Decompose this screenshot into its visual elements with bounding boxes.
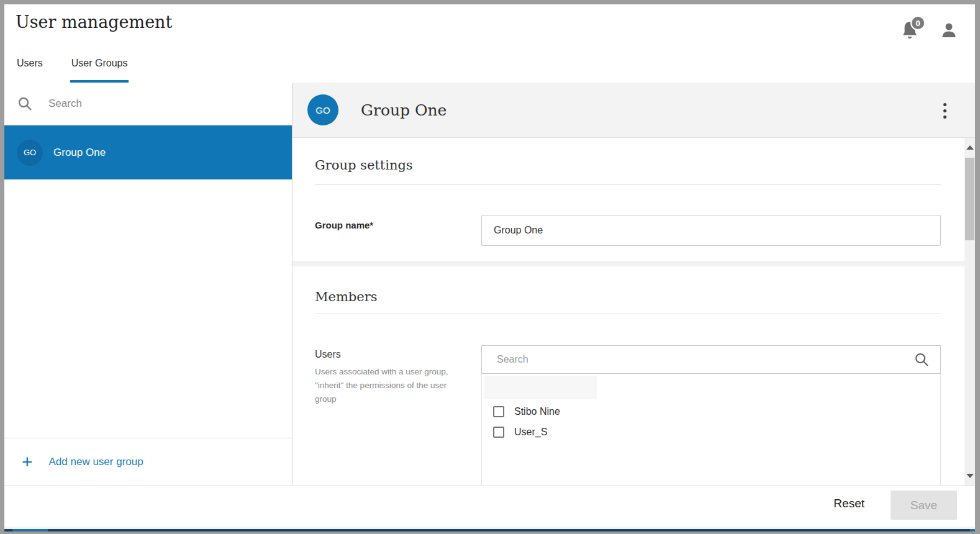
reset-button[interactable]: Reset: [833, 497, 864, 510]
members-search: [481, 345, 941, 374]
user-option-stibo-nine[interactable]: Stibo Nine: [493, 406, 560, 417]
user-management-window: User management 0: [4, 4, 975, 532]
more-options-icon[interactable]: [942, 102, 948, 120]
group-avatar: GO: [17, 140, 43, 166]
group-detail-header: GO Group One: [293, 83, 975, 138]
vertical-scrollbar[interactable]: [964, 138, 975, 486]
members-users-picker: Stibo Nine User_S: [481, 345, 941, 486]
checkbox[interactable]: [493, 427, 504, 438]
group-detail-title: Group One: [361, 101, 447, 119]
notification-count-badge: 0: [910, 16, 925, 30]
group-name-label: Group name*: [315, 220, 373, 230]
user-option-user-s[interactable]: User_S: [493, 427, 547, 438]
user-profile-icon: [940, 22, 958, 39]
add-new-user-group-label: Add new user group: [49, 456, 143, 468]
user-groups-sidebar: GO Group One + Add new user group: [4, 83, 293, 486]
sidebar-item-group-one[interactable]: GO Group One: [4, 125, 292, 179]
users-field-label: Users: [315, 349, 341, 360]
action-footer: Reset Save: [4, 486, 975, 527]
scroll-down-arrow-icon[interactable]: [966, 474, 974, 478]
sidebar-spacer: [4, 179, 292, 438]
scroll-up-arrow-icon[interactable]: [966, 145, 974, 150]
checkbox[interactable]: [493, 406, 504, 417]
group-settings-heading: Group settings: [315, 158, 413, 173]
members-heading: Members: [315, 289, 378, 304]
horizontal-scrollbar-thumb[interactable]: [12, 529, 48, 532]
top-right-icons: 0: [901, 20, 958, 40]
save-button[interactable]: Save: [891, 491, 957, 520]
group-detail-avatar: GO: [307, 94, 338, 125]
section-divider: [315, 184, 941, 185]
notification-bell-button[interactable]: 0: [901, 20, 919, 40]
users-field-description: Users associated with a user group, "inh…: [315, 365, 468, 406]
members-user-list: Stibo Nine User_S: [481, 374, 941, 486]
sidebar-search-input[interactable]: [48, 97, 292, 110]
list-highlight-row: [484, 376, 597, 399]
group-item-label: Group One: [53, 147, 106, 159]
main-tabs: Users User Groups: [16, 55, 129, 83]
members-search-input[interactable]: [497, 354, 914, 365]
group-detail-content: Group settings Group name* Members Users…: [293, 138, 975, 486]
search-icon: [17, 96, 32, 111]
section-separator-band: [293, 261, 964, 266]
user-option-label: Stibo Nine: [514, 406, 560, 417]
page-title: User management: [16, 12, 172, 32]
top-bar: User management 0: [4, 4, 975, 83]
tab-users[interactable]: Users: [16, 55, 44, 83]
user-profile-button[interactable]: [940, 22, 958, 39]
section-divider: [315, 314, 941, 314]
group-name-input[interactable]: [481, 215, 941, 246]
sidebar-search: [4, 83, 292, 125]
add-new-user-group-button[interactable]: + Add new user group: [4, 438, 292, 486]
search-icon: [914, 352, 929, 367]
bottom-horizontal-scrollbar[interactable]: [4, 529, 975, 532]
tab-user-groups[interactable]: User Groups: [70, 55, 129, 83]
scrollbar-thumb[interactable]: [965, 158, 974, 240]
horizontal-scrollbar-end: [970, 529, 975, 532]
user-option-label: User_S: [514, 427, 547, 438]
plus-icon: +: [22, 455, 33, 469]
